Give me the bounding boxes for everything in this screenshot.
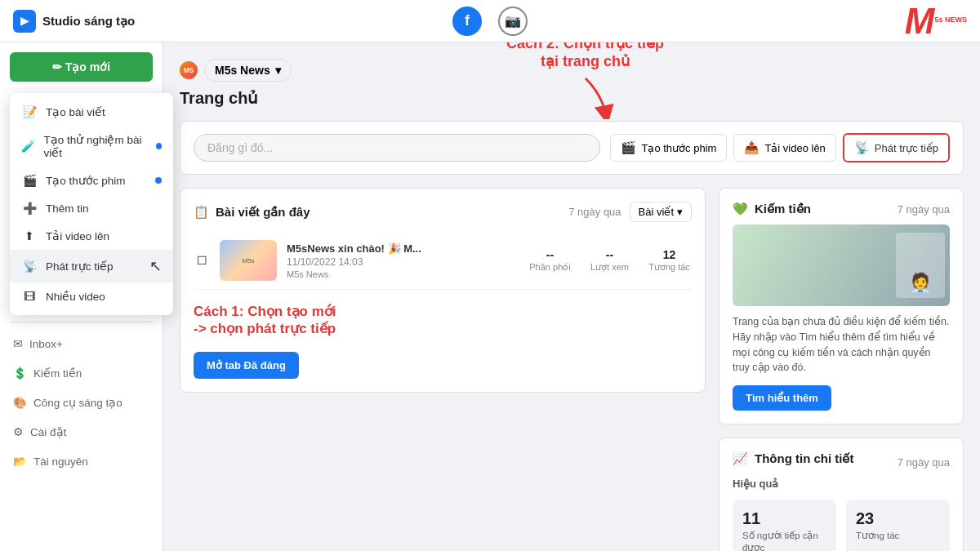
page-select-button[interactable]: M5s News ▾ <box>204 59 292 82</box>
dropdown-label-multi-video: Nhiều video <box>46 290 105 303</box>
settings-icon: ⚙ <box>13 425 24 438</box>
stats-time: 7 ngày qua <box>898 456 950 469</box>
upload-btn-label: Tải video lên <box>764 142 825 154</box>
stats-reach-box: 11 Số người tiếp cận được ▲83.3% <box>733 500 836 551</box>
dropdown-item-add-news[interactable]: ➕ Thêm tin <box>10 194 173 222</box>
monetize-image: 🧑‍💼 <box>733 224 950 306</box>
dropdown-label-test-post: Tạo thử nghiệm bài viết <box>43 133 148 159</box>
posts-filter-button[interactable]: Bài viết ▾ <box>630 202 692 222</box>
dropdown-item-upload-video[interactable]: ⬆ Tải video lên <box>10 222 173 250</box>
stat-distribution-label: Phân phối <box>528 262 572 273</box>
header-right: M 5s NEWS <box>905 3 967 39</box>
dropdown-label-go-live: Phát trực tiếp <box>46 260 114 273</box>
reel-btn-label: Tạo thước phim <box>641 142 716 154</box>
page-avatar: M5 <box>180 61 198 79</box>
post-checkbox[interactable]: ☐ <box>194 254 210 267</box>
open-posted-tab-button[interactable]: Mở tab Đã đăng <box>194 352 299 379</box>
posts-icon: 📋 <box>194 205 209 220</box>
stats-icon: 📈 <box>733 451 748 466</box>
post-action-buttons: 🎬 Tạo thước phim 📤 Tải video lên 📡 Phát … <box>610 133 950 162</box>
stats-title: 📈 Thông tin chi tiết <box>733 451 853 466</box>
stats-grid: 11 Số người tiếp cận được ▲83.3% 23 Tươn… <box>733 500 950 551</box>
dropdown-item-go-live[interactable]: 📡 Phát trực tiếp ↖ <box>10 250 173 282</box>
page-title-bar: Trang chủ <box>180 88 964 108</box>
create-reel-icon: 🎬 <box>21 174 38 187</box>
sidebar-label-settings: Cài đặt <box>30 425 66 438</box>
sidebar-item-creative[interactable]: 🎨 Công cụ sáng tạo <box>0 388 163 417</box>
m5s-text: 5s NEWS <box>934 16 967 24</box>
table-row: ☐ M5s M5sNews xin chào! 🎉 M... 11/10/202… <box>194 232 692 290</box>
content-grid: 📋 Bài viết gần đây 7 ngày qua Bài viết ▾ <box>180 188 964 551</box>
create-reel-dot <box>155 177 162 184</box>
sidebar-item-inbox[interactable]: ✉ Inbox+ <box>0 329 163 358</box>
sidebar-label-resources: Tài nguyên <box>33 455 88 468</box>
stat-distribution-value: -- <box>528 248 572 261</box>
stat-distribution: -- Phân phối <box>528 248 572 273</box>
posts-time-ago: 7 ngày qua <box>568 206 621 218</box>
monetize-sidebar-icon: 💲 <box>13 367 27 380</box>
post-info: M5sNews xin chào! 🎉 M... 11/10/2022 14:0… <box>287 242 518 279</box>
stats-engagement-value: 23 <box>856 509 940 528</box>
app-logo-icon: ▶ <box>13 10 36 33</box>
filter-chevron-icon: ▾ <box>677 206 683 218</box>
stat-engagement: 12 Tương tác <box>647 248 692 273</box>
go-live-button[interactable]: 📡 Phát trực tiếp <box>843 133 950 162</box>
post-title: M5sNews xin chào! 🎉 M... <box>287 242 518 255</box>
create-reel-button[interactable]: 🎬 Tạo thước phim <box>610 134 727 162</box>
dropdown-label-create-post: Tạo bài viết <box>46 105 105 118</box>
stat-engagement-label: Tương tác <box>647 262 692 273</box>
post-input-field[interactable]: Đăng gì đó... <box>194 134 600 162</box>
m5s-m-letter: M <box>905 3 935 39</box>
sidebar-item-resources[interactable]: 📂 Tài nguyên <box>0 447 163 476</box>
header-center-icons: f 📷 <box>452 7 528 36</box>
stat-engagement-value: 12 <box>647 248 692 261</box>
stats-header: 📈 Thông tin chi tiết 7 ngày qua <box>733 451 950 473</box>
dropdown-item-test-post[interactable]: 🧪 Tạo thử nghiệm bài viết <box>10 126 173 167</box>
dropdown-item-multi-video[interactable]: 🎞 Nhiều video <box>10 282 173 310</box>
monetize-card: 💚 Kiếm tiền 7 ngày qua 🧑‍💼 Trang của bạn… <box>719 188 964 424</box>
monetize-time: 7 ngày qua <box>898 203 950 216</box>
dropdown-label-upload-video: Tải video lên <box>46 229 109 242</box>
page-bar: M5 M5s News ▾ <box>180 59 964 82</box>
go-live-icon: 📡 <box>21 260 38 273</box>
monetize-body-text: Trang của bạn chưa đủ điều kiện để kiếm … <box>733 314 950 375</box>
content-right: 💚 Kiếm tiền 7 ngày qua 🧑‍💼 Trang của bạn… <box>719 188 964 551</box>
sidebar-divider <box>10 322 153 322</box>
stats-engagement-label: Tương tác <box>856 530 940 542</box>
m5s-news-logo: M 5s NEWS <box>905 3 967 39</box>
recent-posts-card: 📋 Bài viết gần đây 7 ngày qua Bài viết ▾ <box>180 188 706 393</box>
stats-reach-label: Số người tiếp cận được <box>742 530 826 551</box>
layout: ✏ Tạo mới 📝 Tạo bài viết 🧪 Tạo thử nghiệ… <box>0 42 980 551</box>
stats-card: 📈 Thông tin chi tiết 7 ngày qua Hiệu quả… <box>719 438 964 551</box>
learn-more-button[interactable]: Tìm hiểu thêm <box>733 385 831 411</box>
sidebar-item-settings[interactable]: ⚙ Cài đặt <box>0 417 163 447</box>
create-dropdown-menu: 📝 Tạo bài viết 🧪 Tạo thử nghiệm bài viết… <box>10 93 173 315</box>
sidebar-item-monetize[interactable]: 💲 Kiếm tiền <box>0 358 163 388</box>
sidebar-label-inbox: Inbox+ <box>29 338 63 350</box>
dropdown-item-create-reel[interactable]: 🎬 Tạo thước phim <box>10 167 173 194</box>
callout-1-text: Cách 1: Chọn tạo mới -> chọn phát trực t… <box>194 303 692 337</box>
reel-btn-icon: 🎬 <box>621 140 636 155</box>
instagram-icon[interactable]: 📷 <box>498 7 528 36</box>
recent-posts-header: 📋 Bài viết gần đây 7 ngày qua Bài viết ▾ <box>194 202 692 222</box>
test-post-dot <box>156 143 162 149</box>
facebook-icon[interactable]: f <box>452 7 482 36</box>
content-left: 📋 Bài viết gần đây 7 ngày qua Bài viết ▾ <box>180 188 706 551</box>
upload-video-button[interactable]: 📤 Tải video lên <box>733 134 835 162</box>
posts-header-right: 7 ngày qua Bài viết ▾ <box>568 202 692 222</box>
stats-subtitle: Hiệu quả <box>733 478 950 490</box>
dropdown-item-create-post[interactable]: 📝 Tạo bài viết <box>10 98 173 126</box>
recent-posts-title: 📋 Bài viết gần đây <box>194 205 310 220</box>
main-content: Cách 2: Chọn trực tiếp tại trang chủ M5 … <box>163 42 980 551</box>
creative-icon: 🎨 <box>13 396 27 409</box>
sidebar-label-monetize: Kiếm tiền <box>33 367 82 380</box>
monetize-figure: 🧑‍💼 <box>896 233 945 298</box>
upload-video-icon: ⬆ <box>21 229 38 242</box>
post-page-name: M5s News <box>287 269 328 279</box>
app-name: Studio sáng tạo <box>42 14 135 29</box>
multi-video-icon: 🎞 <box>21 290 38 303</box>
create-post-icon: 📝 <box>21 105 38 118</box>
post-creation-box: Đăng gì đó... 🎬 Tạo thước phim 📤 Tải vid… <box>180 121 964 175</box>
post-page-info: M5s News <box>287 269 518 279</box>
create-new-button[interactable]: ✏ Tạo mới <box>10 52 153 82</box>
